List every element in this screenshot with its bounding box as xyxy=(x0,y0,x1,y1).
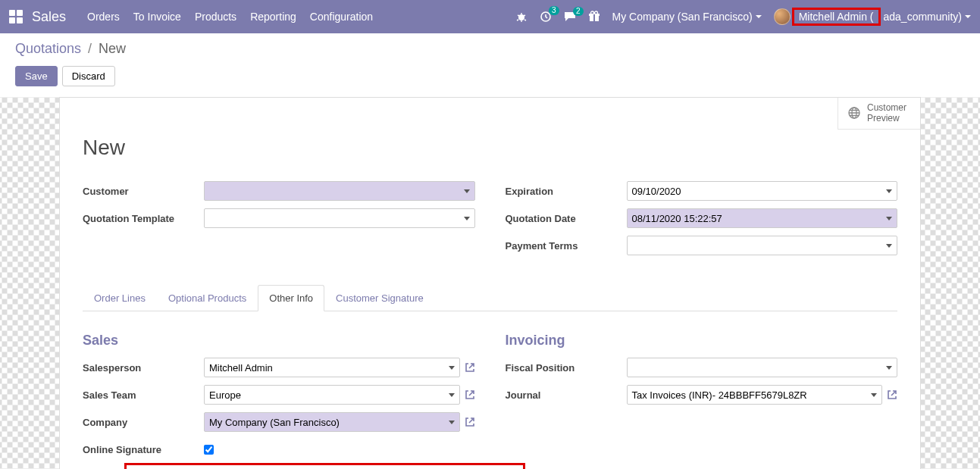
save-button[interactable]: Save xyxy=(15,66,58,86)
apps-icon[interactable] xyxy=(9,10,23,23)
label-quotation-template: Quotation Template xyxy=(83,213,204,224)
external-link-icon[interactable] xyxy=(887,389,897,400)
user-menu[interactable]: Mitchell Admin (ada_community) xyxy=(774,8,971,26)
customer-preview-button[interactable]: Customer Preview xyxy=(838,98,920,130)
app-brand[interactable]: Sales xyxy=(32,9,66,25)
tab-order-lines[interactable]: Order Lines xyxy=(83,285,157,311)
avatar xyxy=(774,8,791,25)
nav-reporting[interactable]: Reporting xyxy=(250,11,296,23)
activities-badge: 3 xyxy=(549,6,559,15)
top-nav: Orders To Invoice Products Reporting Con… xyxy=(87,11,373,23)
salesperson-field[interactable]: Mitchell Admin xyxy=(204,358,460,377)
topbar: Sales Orders To Invoice Products Reporti… xyxy=(0,0,980,33)
svg-point-6 xyxy=(594,11,597,14)
notebook-tabs: Order Lines Optional Products Other Info… xyxy=(83,284,897,311)
form-sheet: Customer Preview New Customer Quotation … xyxy=(59,97,921,469)
company-name: My Company (San Francisco) xyxy=(612,11,753,23)
sales-team-field[interactable]: Europe xyxy=(204,385,460,405)
user-name-highlight: Mitchell Admin ( xyxy=(792,8,881,26)
tab-customer-signature[interactable]: Customer Signature xyxy=(324,285,435,311)
chevron-down-icon xyxy=(449,393,455,397)
label-expiration: Expiration xyxy=(506,186,627,197)
tab-other-info[interactable]: Other Info xyxy=(258,285,324,311)
page-title: New xyxy=(83,136,897,160)
control-panel: Quotations / New Save Discard xyxy=(0,33,980,98)
label-payment-terms: Payment Terms xyxy=(506,240,627,252)
debug-icon[interactable] xyxy=(515,11,528,23)
section-invoicing: Invoicing xyxy=(506,333,898,349)
nav-to-invoice[interactable]: To Invoice xyxy=(133,11,181,23)
external-link-icon[interactable] xyxy=(465,417,475,427)
quotation-date-field[interactable]: 08/11/2020 15:22:57 xyxy=(627,208,898,228)
chevron-down-icon xyxy=(871,393,877,397)
journal-field[interactable]: Tax Invoices (INR)- 24BBBFF5679L8ZR xyxy=(627,385,883,405)
label-fiscal-position: Fiscal Position xyxy=(506,362,627,374)
label-quotation-date: Quotation Date xyxy=(506,213,627,224)
chevron-down-icon xyxy=(886,366,892,370)
label-sales-team: Sales Team xyxy=(83,389,204,401)
activities-icon[interactable]: 3 xyxy=(540,11,552,23)
chevron-down-icon xyxy=(886,217,892,220)
customer-field[interactable] xyxy=(204,181,475,201)
label-journal: Journal xyxy=(506,389,627,401)
chevron-down-icon xyxy=(449,421,455,424)
breadcrumb-current: New xyxy=(99,41,126,56)
tab-optional-products[interactable]: Optional Products xyxy=(157,285,258,311)
external-link-icon[interactable] xyxy=(465,389,475,400)
label-online-signature: Online Signature xyxy=(83,444,204,455)
label-customer: Customer xyxy=(83,186,204,197)
chevron-down-icon xyxy=(464,189,470,193)
chevron-down-icon xyxy=(886,244,892,248)
external-link-icon[interactable] xyxy=(465,362,475,373)
svg-point-5 xyxy=(590,11,593,14)
gift-icon[interactable] xyxy=(588,11,600,23)
nav-configuration[interactable]: Configuration xyxy=(310,11,373,23)
label-company: Company xyxy=(83,417,204,428)
topbar-right: 3 2 My Company (San Francisco) Mitchell … xyxy=(515,8,971,26)
breadcrumb: Quotations / New xyxy=(15,41,965,57)
action-buttons: Save Discard xyxy=(15,66,965,86)
expiration-field[interactable]: 09/10/2020 xyxy=(627,181,898,201)
payment-terms-field[interactable] xyxy=(627,236,898,255)
content-area[interactable]: Customer Preview New Customer Quotation … xyxy=(0,97,980,469)
chevron-down-icon xyxy=(886,189,892,193)
chevron-down-icon xyxy=(449,366,455,370)
chevron-down-icon xyxy=(464,217,470,220)
breadcrumb-root[interactable]: Quotations xyxy=(15,41,81,56)
fiscal-position-field[interactable] xyxy=(627,358,898,377)
online-signature-checkbox[interactable] xyxy=(204,445,214,455)
section-sales: Sales xyxy=(83,333,475,349)
nav-products[interactable]: Products xyxy=(195,11,236,23)
quotation-template-field[interactable] xyxy=(204,208,475,228)
messages-badge: 2 xyxy=(573,7,584,16)
company-switcher[interactable]: My Company (San Francisco) xyxy=(612,11,762,23)
svg-point-0 xyxy=(518,14,524,20)
discard-button[interactable]: Discard xyxy=(62,66,115,86)
label-salesperson: Salesperson xyxy=(83,362,204,374)
nav-orders[interactable]: Orders xyxy=(87,11,120,23)
messages-icon[interactable]: 2 xyxy=(564,11,576,22)
user-suffix: ada_community) xyxy=(884,11,963,23)
svg-rect-4 xyxy=(593,14,595,21)
company-field[interactable]: My Company (San Francisco) xyxy=(204,412,460,432)
